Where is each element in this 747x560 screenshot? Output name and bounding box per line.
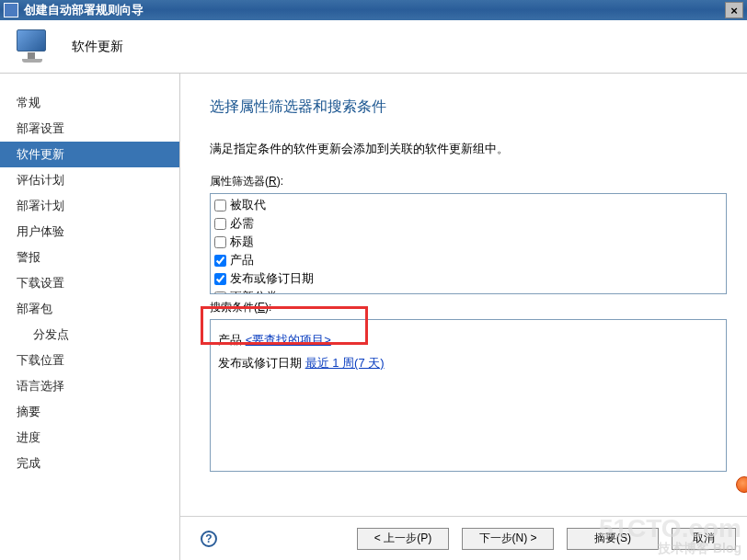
intro-text: 满足指定条件的软件更新会添加到关联的软件更新组中。 [210, 141, 727, 157]
sidebar-item-10[interactable]: 下载位置 [0, 348, 179, 373]
sidebar-item-9[interactable]: 分发点 [0, 322, 179, 348]
wizard-header: 软件更新 [0, 20, 747, 74]
criteria-box[interactable]: 产品 <要查找的项目>发布或修订日期 最近 1 周(7 天) [210, 319, 727, 472]
filter-row-2[interactable]: 标题 [214, 233, 722, 251]
sidebar-item-7[interactable]: 下载设置 [0, 270, 179, 296]
filter-label-5: 更新分类 [230, 289, 278, 294]
filter-row-4[interactable]: 发布或修订日期 [214, 269, 722, 288]
wizard-footer: ? < 上一步(P) 下一步(N) > 摘要(S) 取消 [180, 516, 747, 560]
filter-row-0[interactable]: 被取代 [214, 196, 722, 214]
filter-checkbox-0[interactable] [214, 200, 226, 211]
criteria-line-1: 发布或修订日期 最近 1 周(7 天) [218, 352, 718, 375]
filter-label: 属性筛选器(R): [210, 174, 727, 189]
next-button[interactable]: 下一步(N) > [462, 528, 554, 550]
filter-checkbox-5[interactable] [214, 291, 226, 295]
filter-row-3[interactable]: 产品 [214, 251, 722, 269]
sidebar-item-8[interactable]: 部署包 [0, 296, 179, 322]
close-button[interactable]: × [725, 2, 743, 18]
criteria-label: 搜索条件(E): [210, 300, 727, 315]
summary-button[interactable]: 摘要(S) [567, 528, 659, 550]
filter-checkbox-4[interactable] [214, 273, 226, 285]
sidebar-item-3[interactable]: 评估计划 [0, 167, 179, 193]
filter-label-1: 必需 [230, 215, 254, 232]
titlebar: 创建自动部署规则向导 × [0, 0, 747, 20]
main-panel: 选择属性筛选器和搜索条件 满足指定条件的软件更新会添加到关联的软件更新组中。 属… [180, 74, 747, 560]
filter-row-1[interactable]: 必需 [214, 214, 722, 233]
filter-checkbox-1[interactable] [214, 218, 226, 230]
sidebar-item-0[interactable]: 常规 [0, 90, 179, 116]
filter-label-4: 发布或修订日期 [230, 270, 314, 287]
wizard-header-title: 软件更新 [72, 39, 123, 55]
wizard-body: 常规部署设置软件更新评估计划部署计划用户体验警报下载设置部署包分发点下载位置语言… [0, 74, 747, 560]
sidebar-item-5[interactable]: 用户体验 [0, 219, 179, 245]
sidebar: 常规部署设置软件更新评估计划部署计划用户体验警报下载设置部署包分发点下载位置语言… [0, 74, 180, 560]
help-icon[interactable]: ? [201, 531, 217, 547]
computer-icon [13, 28, 52, 66]
sidebar-item-2[interactable]: 软件更新 [0, 142, 179, 167]
criteria-link-1[interactable]: 最近 1 周(7 天) [305, 356, 385, 370]
filter-label-3: 产品 [230, 252, 254, 269]
window-icon [4, 3, 18, 17]
prev-button[interactable]: < 上一步(P) [357, 528, 449, 550]
sidebar-item-4[interactable]: 部署计划 [0, 193, 179, 219]
filter-label-2: 标题 [230, 234, 254, 250]
criteria-line-0: 产品 <要查找的项目> [218, 329, 718, 352]
sidebar-item-14[interactable]: 完成 [0, 451, 179, 476]
filter-checkbox-3[interactable] [214, 255, 226, 267]
cancel-button[interactable]: 取消 [672, 528, 736, 550]
filter-listbox[interactable]: 被取代必需标题产品发布或修订日期更新分类 [210, 193, 727, 294]
sidebar-item-13[interactable]: 进度 [0, 425, 179, 451]
window-title: 创建自动部署规则向导 [24, 2, 144, 18]
criteria-link-0[interactable]: <要查找的项目> [246, 333, 331, 347]
filter-checkbox-2[interactable] [214, 236, 226, 248]
page-heading: 选择属性筛选器和搜索条件 [210, 97, 727, 117]
warning-icon [736, 476, 747, 493]
filter-row-5[interactable]: 更新分类 [214, 288, 722, 294]
filter-label-0: 被取代 [230, 197, 266, 213]
sidebar-item-12[interactable]: 摘要 [0, 399, 179, 425]
sidebar-item-11[interactable]: 语言选择 [0, 373, 179, 399]
sidebar-item-1[interactable]: 部署设置 [0, 116, 179, 142]
sidebar-item-6[interactable]: 警报 [0, 245, 179, 270]
